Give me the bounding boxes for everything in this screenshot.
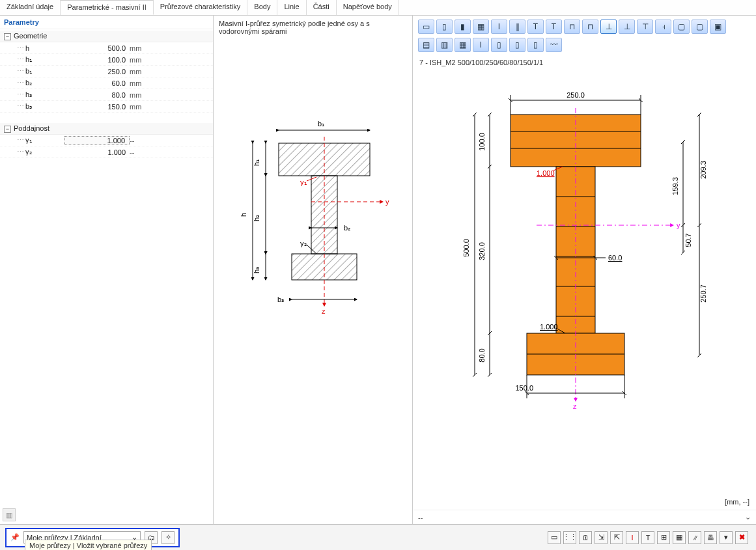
tab-parametric[interactable]: Parametrické - masivní II [61,0,154,15]
tb-btn[interactable]: T [641,531,654,544]
section-name-label: 7 - ISH_M2 500/100/250/60/80/150/1/1 [413,56,756,69]
preview-panel: ▭ ▯ ▮ ▦ I ‖ T T ⊓ ⊓ ⊥ ⊥ ⊤ ⫞ ▢ ▢ ▣ ▤ ▥ ▦ … [413,16,756,524]
schematic-title: Masivní I-průřez symetrický podle jedné … [214,16,412,39]
section-icon[interactable]: ▥ [436,38,453,52]
group-geometry[interactable]: −Geometrie [0,31,213,42]
svg-text:250.0: 250.0 [567,91,585,99]
section-icon[interactable]: ⊤ [637,20,653,34]
section-icon[interactable]: ▭ [418,20,434,34]
svg-text:h₂: h₂ [253,215,260,221]
svg-text:159.3: 159.3 [671,177,679,195]
section-type-toolbar: ▭ ▯ ▮ ▦ I ‖ T T ⊓ ⊓ ⊥ ⊥ ⊤ ⫞ ▢ ▢ ▣ ▤ ▥ ▦ … [413,16,756,56]
svg-text:γ₂: γ₂ [300,240,307,247]
param-h-value[interactable]: 500.0 [64,44,130,52]
section-icon[interactable]: ▦ [473,20,489,34]
schematic-diagram: y z b₁ h h₁ h₂ h₃ b₂ b₃ γ₁ γ₂ [214,39,412,524]
svg-text:z: z [322,307,326,315]
section-icon[interactable]: ‖ [509,20,525,34]
svg-text:1.000: 1.000 [537,169,555,177]
svg-text:1.000: 1.000 [540,323,558,331]
svg-text:h₁: h₁ [253,159,260,166]
svg-text:100.0: 100.0 [478,133,486,151]
section-icon[interactable]: ⊓ [564,20,580,34]
section-icon[interactable]: T [527,20,544,34]
tb-btn[interactable]: ▦ [673,531,686,544]
section-icon[interactable]: I [491,20,507,34]
svg-text:b₁: b₁ [318,120,324,128]
add-button[interactable]: ✧ [161,531,175,544]
param-gamma1-value[interactable]: 1.000 [64,136,130,145]
section-icon[interactable]: ▯ [509,38,525,52]
svg-text:50.7: 50.7 [684,233,692,247]
tb-btn[interactable]: ⫽ [688,531,701,544]
tab-characteristics[interactable]: Průřezové charakteristiky [154,0,248,15]
tb-view[interactable]: ▭ [548,531,561,544]
tb-btn[interactable]: ⇱ [610,531,623,544]
section-icon[interactable]: ▦ [455,38,471,52]
section-icon[interactable]: ▤ [418,38,434,52]
svg-text:γ₁: γ₁ [300,178,307,186]
section-icon[interactable]: I [473,38,489,52]
section-icon[interactable]: ▯ [436,20,453,34]
svg-text:320.0: 320.0 [478,242,486,260]
section-icon[interactable]: ⫞ [655,20,671,34]
section-icon[interactable]: ▣ [710,20,726,34]
tooltip: Moje průřezy | Vložit vybrané průřezy [25,540,152,550]
svg-text:y: y [385,198,389,206]
svg-text:60.0: 60.0 [608,254,622,262]
tab-lines[interactable]: Linie [277,0,306,15]
parameters-title: Parametry [0,16,213,29]
pin-icon[interactable]: 📌 [10,533,20,542]
group-poddajnost[interactable]: −Poddajnost [0,123,213,135]
svg-text:150.0: 150.0 [515,384,533,392]
section-icon[interactable]: ▯ [491,38,507,52]
tb-btn[interactable]: I [626,531,639,544]
svg-text:250.7: 250.7 [699,284,707,303]
tb-cancel[interactable]: ✖ [735,531,748,544]
svg-text:b₂: b₂ [344,224,350,232]
svg-text:209.3: 209.3 [699,161,707,179]
status-text: -- [418,514,423,521]
section-icon[interactable]: ⊥ [619,20,635,34]
svg-text:h₃: h₃ [253,267,260,273]
tb-btn[interactable]: ⊞ [657,531,670,544]
collapse-icon[interactable]: − [4,33,11,40]
library-icon[interactable]: ▥ [3,508,16,521]
footer-toolbar: 📌 Moje průřezy | Základní⌄ 🗂 ✧ Moje průř… [0,524,756,550]
section-icon[interactable]: ▢ [673,20,690,34]
tab-parts[interactable]: Části [307,0,337,15]
tabs-bar: Základní údaje Parametrické - masivní II… [0,0,756,16]
svg-text:y: y [677,221,680,229]
tb-print[interactable]: 🖶 [704,531,717,544]
tb-btn[interactable]: ⋮⋮ [563,531,576,544]
section-icon[interactable]: 〰 [546,38,562,52]
section-icon[interactable]: ⊓ [582,20,598,34]
chevron-down-icon[interactable]: ⌄ [745,513,751,521]
tb-btn[interactable]: 🗓 [579,531,592,544]
section-render: y z 1.000 1.000 250.0 150.0 500.0 [413,69,756,510]
section-icon[interactable]: T [546,20,562,34]
section-icon[interactable]: ▢ [692,20,708,34]
section-icon[interactable]: ▯ [527,38,544,52]
chevron-down-icon[interactable]: ▾ [720,531,733,544]
svg-text:b₃: b₃ [277,296,284,303]
svg-text:z: z [573,402,577,410]
tab-stress-points[interactable]: Napěťové body [337,0,399,15]
svg-text:80.0: 80.0 [478,348,486,362]
section-icon[interactable]: ▮ [455,20,471,34]
svg-text:h: h [240,213,247,217]
param-h-name: h [25,44,64,52]
section-icon-selected[interactable]: ⊥ [600,20,617,34]
units-label: [mm, --] [725,498,749,506]
tab-points[interactable]: Body [247,0,277,15]
parameters-panel: Parametry −Geometrie ⋯h500.0mm ⋯h₁100.0m… [0,16,214,524]
tab-basic[interactable]: Základní údaje [0,0,61,15]
tb-btn[interactable]: ⇲ [595,531,608,544]
svg-text:500.0: 500.0 [462,239,470,257]
collapse-icon[interactable]: − [4,126,11,133]
schematic-panel: Masivní I-průřez symetrický podle jedné … [214,16,413,524]
